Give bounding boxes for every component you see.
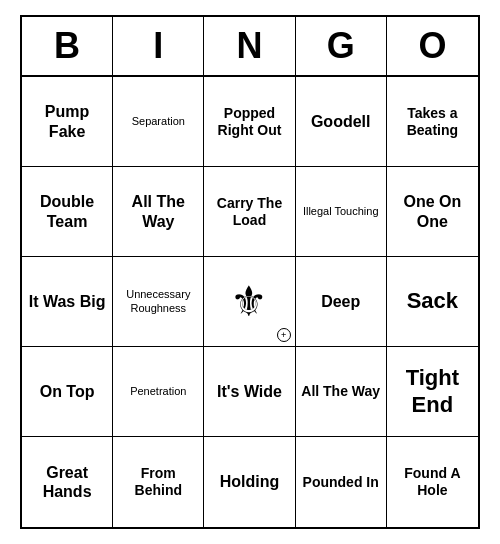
- cell-text-16: Penetration: [130, 385, 186, 398]
- bingo-grid: Pump FakeSeparationPopped Right OutGoode…: [22, 77, 478, 527]
- bingo-cell-13[interactable]: Deep: [296, 257, 387, 347]
- bingo-cell-2[interactable]: Popped Right Out: [204, 77, 295, 167]
- fleur-de-lis-icon: ⚜: [230, 281, 268, 323]
- bingo-cell-10[interactable]: It Was Big: [22, 257, 113, 347]
- cell-text-20: Great Hands: [26, 463, 108, 501]
- bingo-cell-14[interactable]: Sack: [387, 257, 478, 347]
- bingo-cell-21[interactable]: From Behind: [113, 437, 204, 527]
- cell-text-13: Deep: [321, 292, 360, 311]
- cell-text-8: Illegal Touching: [303, 205, 379, 218]
- cell-text-9: One On One: [391, 192, 474, 230]
- bingo-cell-11[interactable]: Unnecessary Roughness: [113, 257, 204, 347]
- bingo-cell-0[interactable]: Pump Fake: [22, 77, 113, 167]
- cell-text-6: All The Way: [117, 192, 199, 230]
- bingo-cell-6[interactable]: All The Way: [113, 167, 204, 257]
- cell-text-14: Sack: [407, 288, 458, 314]
- bingo-cell-7[interactable]: Carry The Load: [204, 167, 295, 257]
- cell-text-0: Pump Fake: [26, 102, 108, 140]
- cell-text-11: Unnecessary Roughness: [117, 288, 199, 314]
- free-badge: +: [277, 328, 291, 342]
- cell-text-4: Takes a Beating: [391, 105, 474, 139]
- cell-text-22: Holding: [220, 472, 280, 491]
- letter-n: N: [204, 17, 295, 75]
- letter-b: B: [22, 17, 113, 75]
- bingo-cell-23[interactable]: Pounded In: [296, 437, 387, 527]
- bingo-header: B I N G O: [22, 17, 478, 77]
- cell-text-21: From Behind: [117, 465, 199, 499]
- cell-text-3: Goodell: [311, 112, 371, 131]
- bingo-cell-3[interactable]: Goodell: [296, 77, 387, 167]
- cell-text-5: Double Team: [26, 192, 108, 230]
- cell-text-18: All The Way: [301, 383, 380, 400]
- bingo-cell-1[interactable]: Separation: [113, 77, 204, 167]
- cell-text-10: It Was Big: [29, 292, 106, 311]
- bingo-cell-17[interactable]: It's Wide: [204, 347, 295, 437]
- cell-text-17: It's Wide: [217, 382, 282, 401]
- letter-g: G: [296, 17, 387, 75]
- bingo-cell-16[interactable]: Penetration: [113, 347, 204, 437]
- cell-text-15: On Top: [40, 382, 95, 401]
- cell-text-24: Found A Hole: [391, 465, 474, 499]
- bingo-cell-18[interactable]: All The Way: [296, 347, 387, 437]
- bingo-cell-15[interactable]: On Top: [22, 347, 113, 437]
- bingo-cell-9[interactable]: One On One: [387, 167, 478, 257]
- bingo-cell-4[interactable]: Takes a Beating: [387, 77, 478, 167]
- bingo-cell-20[interactable]: Great Hands: [22, 437, 113, 527]
- bingo-cell-5[interactable]: Double Team: [22, 167, 113, 257]
- bingo-card: B I N G O Pump FakeSeparationPopped Righ…: [20, 15, 480, 529]
- bingo-cell-19[interactable]: Tight End: [387, 347, 478, 437]
- bingo-cell-12[interactable]: ⚜+: [204, 257, 295, 347]
- cell-text-7: Carry The Load: [208, 195, 290, 229]
- bingo-cell-22[interactable]: Holding: [204, 437, 295, 527]
- cell-text-2: Popped Right Out: [208, 105, 290, 139]
- cell-text-19: Tight End: [391, 365, 474, 418]
- cell-text-23: Pounded In: [303, 474, 379, 491]
- letter-o: O: [387, 17, 478, 75]
- letter-i: I: [113, 17, 204, 75]
- cell-text-1: Separation: [132, 115, 185, 128]
- bingo-cell-8[interactable]: Illegal Touching: [296, 167, 387, 257]
- bingo-cell-24[interactable]: Found A Hole: [387, 437, 478, 527]
